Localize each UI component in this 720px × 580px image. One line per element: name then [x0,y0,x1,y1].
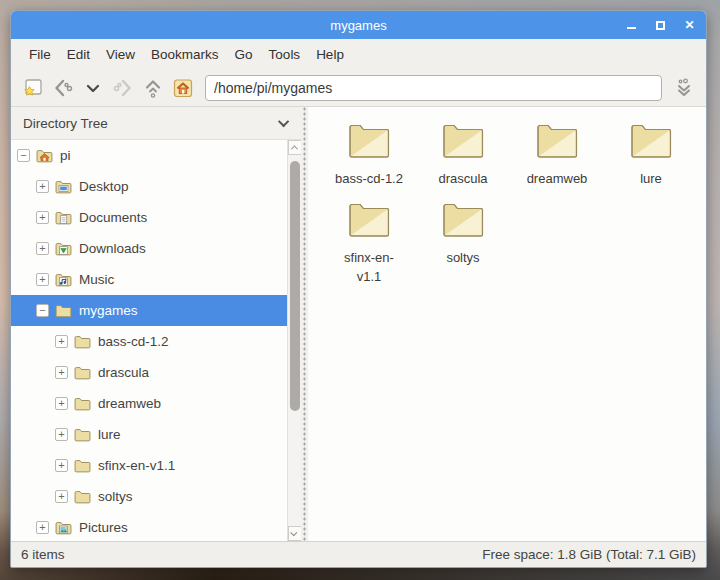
tree-item-label: Pictures [79,520,128,535]
file-item-soltys[interactable]: soltys [416,199,510,287]
tree-wrap: − pi+ Desktop+ Documents+ Downloads+ Mus… [11,140,301,541]
pane-splitter[interactable] [301,107,308,541]
file-item-lure[interactable]: lure [604,120,698,189]
tree-item-label: bass-cd-1.2 [98,334,169,349]
side-pane-mode-selector[interactable]: Directory Tree [11,107,301,140]
tree-item-soltys[interactable]: + soltys [11,481,287,512]
chevron-up-icon [291,145,298,152]
tree-item-Pictures[interactable]: + Pictures [11,512,287,541]
up-button[interactable] [139,74,167,102]
tree-item-label: pi [60,148,71,163]
tree-item-bass-cd-1.2[interactable]: + bass-cd-1.2 [11,326,287,357]
expand-expander-icon[interactable]: + [36,521,49,534]
back-icon [51,76,75,100]
close-button[interactable]: ✕ [683,19,696,32]
file-manager-window: mygames ✕ File Edit View Bookmarks Go To… [10,10,707,568]
menu-help[interactable]: Help [308,43,352,66]
scroll-track[interactable] [288,155,302,526]
expand-expander-icon[interactable]: + [36,242,49,255]
menu-file[interactable]: File [21,43,59,66]
folder-icon [440,199,486,244]
menubar: File Edit View Bookmarks Go Tools Help [11,39,706,69]
close-icon: ✕ [684,19,694,31]
collapse-expander-icon[interactable]: − [36,304,49,317]
home-folder-icon [36,148,54,163]
jump-to-location-button[interactable] [670,74,698,102]
new-tab-icon [21,76,45,100]
tree-item-label: drascula [98,365,149,380]
tree-item-Desktop[interactable]: + Desktop [11,171,287,202]
music-folder-icon [55,272,73,287]
chevron-down-icon [278,116,289,127]
file-item-drascula[interactable]: drascula [416,120,510,189]
scroll-up-button[interactable] [288,140,302,155]
tree-item-label: sfinx-en-v1.1 [98,458,175,473]
new-tab-button[interactable] [19,74,47,102]
expand-expander-icon[interactable]: + [36,211,49,224]
home-icon [171,76,195,100]
expand-expander-icon[interactable]: + [36,273,49,286]
file-item-label: dreamweb [527,170,588,189]
minimize-icon [627,27,636,29]
file-pane[interactable]: bass-cd-1.2 drascula dreamweb lure sfinx… [308,107,706,541]
jump-to-icon [672,76,696,100]
minimize-button[interactable] [625,19,638,32]
expand-expander-icon[interactable]: + [55,366,68,379]
tree-item-dreamweb[interactable]: + dreamweb [11,388,287,419]
folder-icon [74,427,92,442]
back-button[interactable] [49,74,77,102]
documents-folder-icon [55,210,73,225]
file-item-label: lure [640,170,662,189]
desktop-folder-icon [55,179,73,194]
tree-item-Music[interactable]: + Music [11,264,287,295]
tree-item-label: lure [98,427,121,442]
folder-icon [74,489,92,504]
maximize-button[interactable] [654,19,667,32]
scroll-down-button[interactable] [288,526,302,541]
tree-scrollbar[interactable] [287,140,301,541]
file-item-bass-cd-1.2[interactable]: bass-cd-1.2 [322,120,416,189]
expand-expander-icon[interactable]: + [55,428,68,441]
folder-icon [346,199,392,244]
expand-expander-icon[interactable]: + [36,180,49,193]
expand-expander-icon[interactable]: + [55,335,68,348]
tree-item-label: Music [79,272,114,287]
tree-item-label: mygames [79,303,138,318]
tree-item-label: Desktop [79,179,129,194]
folder-icon [440,120,486,165]
folder-icon [628,120,674,165]
file-item-dreamweb[interactable]: dreamweb [510,120,604,189]
folder-icon [55,303,73,318]
expand-expander-icon[interactable]: + [55,490,68,503]
tree-item-Documents[interactable]: + Documents [11,202,287,233]
menu-bookmarks[interactable]: Bookmarks [143,43,227,66]
tree-item-Downloads[interactable]: + Downloads [11,233,287,264]
forward-icon [111,76,135,100]
back-history-dropdown[interactable] [79,74,107,102]
menu-go[interactable]: Go [227,43,261,66]
tree-item-mygames[interactable]: − mygames [11,295,287,326]
menu-tools[interactable]: Tools [261,43,309,66]
collapse-expander-icon[interactable]: − [17,149,30,162]
home-button[interactable] [169,74,197,102]
file-item-label: bass-cd-1.2 [335,170,403,189]
path-input[interactable] [205,75,662,101]
tree-item-lure[interactable]: + lure [11,419,287,450]
forward-button[interactable] [109,74,137,102]
side-pane-mode-label: Directory Tree [23,116,108,131]
menu-edit[interactable]: Edit [59,43,98,66]
window-title: mygames [11,18,706,33]
titlebar[interactable]: mygames ✕ [11,11,706,39]
tree-item-sfinx-en-v1.1[interactable]: + sfinx-en-v1.1 [11,450,287,481]
tree-item-pi[interactable]: − pi [11,140,287,171]
folder-icon [74,334,92,349]
expand-expander-icon[interactable]: + [55,397,68,410]
main-content: Directory Tree − pi+ Desktop+ Documents+… [11,107,706,541]
expand-expander-icon[interactable]: + [55,459,68,472]
up-icon [141,76,165,100]
scroll-thumb[interactable] [290,161,300,411]
tree-item-drascula[interactable]: + drascula [11,357,287,388]
menu-view[interactable]: View [98,43,143,66]
folder-icon [74,396,92,411]
file-item-sfinx-en-v1.1[interactable]: sfinx-en-v1.1 [322,199,416,287]
